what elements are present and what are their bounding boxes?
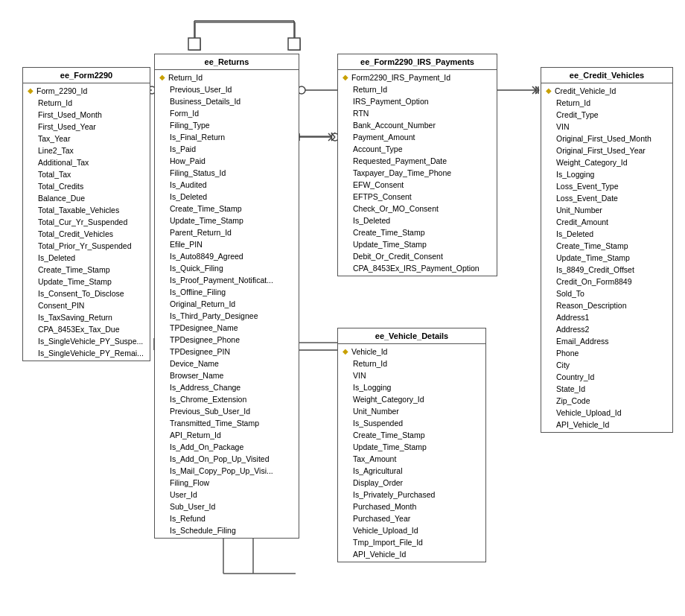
table-field: Filing_Status_Id [155, 167, 299, 179]
field-name: Is_Offline_Filing [170, 287, 226, 297]
table-field: Credit_Type [541, 109, 672, 121]
field-name: Is_Deleted [353, 215, 390, 226]
table-field: Update_Time_Stamp [338, 238, 497, 250]
field-name: Is_Auto8849_Agreed [170, 251, 243, 261]
table-field: Weight_Category_Id [338, 393, 485, 405]
table-fields-form2290: ◆Form_2290_IdReturn_IdFirst_Used_MonthFi… [23, 83, 150, 361]
field-name: Is_Quick_Filing [170, 263, 223, 273]
table-field: Email_Address [541, 335, 672, 347]
table-field: ◆Credit_Vehicle_Id [541, 85, 672, 97]
table-field: VIN [541, 121, 672, 133]
field-name: Is_Logging [353, 382, 391, 393]
table-field: Address1 [541, 311, 672, 323]
field-name: Country_Id [556, 372, 594, 382]
field-name: VIN [556, 121, 570, 132]
svg-line-36 [328, 137, 332, 141]
table-ee-credit-vehicles[interactable]: ee_Credit_Vehicles ◆Credit_Vehicle_IdRet… [541, 67, 673, 433]
field-name: TPDesignee_PIN [170, 346, 230, 357]
table-field: Requested_Payment_Date [338, 155, 497, 167]
table-field: Create_Time_Stamp [338, 429, 485, 441]
table-field: Is_Deleted [155, 191, 299, 203]
table-title-irs-payments: ee_Form2290_IRS_Payments [338, 54, 497, 70]
svg-rect-22 [288, 38, 300, 50]
table-field: Loss_Event_Type [541, 180, 672, 192]
field-name: Is_Add_On_Pop_Up_Visited [170, 454, 270, 464]
table-field: Previous_User_Id [155, 83, 299, 95]
field-name: Is_Proof_Payment_Notificat... [170, 275, 273, 285]
table-field: Account_Type [338, 143, 497, 155]
table-field: Credit_Amount [541, 216, 672, 228]
field-name: Create_Time_Stamp [556, 241, 628, 251]
table-field: Is_Offline_Filing [155, 286, 299, 298]
table-field: City [541, 359, 672, 371]
table-ee-vehicle-details[interactable]: ee_Vehicle_Details ◆Vehicle_IdReturn_IdV… [337, 328, 486, 562]
field-name: Credit_Type [556, 109, 599, 120]
table-field: ◆Form2290_IRS_Payment_Id [338, 72, 497, 83]
field-name: Create_Time_Stamp [170, 203, 241, 214]
field-name: Payment_Amount [353, 132, 415, 142]
table-field: Vehicle_Upload_Id [338, 524, 485, 536]
field-name: Tax_Amount [353, 454, 396, 464]
table-fields-irs-payments: ◆Form2290_IRS_Payment_IdReturn_IdIRS_Pay… [338, 70, 497, 276]
field-name: Is_Deleted [170, 191, 207, 202]
svg-line-14 [331, 133, 334, 136]
table-field: Zip_Code [541, 395, 672, 407]
table-field: Is_Agricultural [338, 465, 485, 477]
field-name: Is_Refund [170, 513, 206, 524]
field-name: Filing_Type [170, 120, 210, 130]
field-name: Is_TaxSaving_Return [38, 312, 112, 323]
field-name: Account_Type [353, 144, 403, 154]
pk-icon: ◆ [342, 72, 348, 83]
table-field: IRS_Payment_Option [338, 95, 497, 107]
table-field: Additional_Tax [23, 156, 150, 168]
table-field: Is_Mail_Copy_Pop_Up_Visi... [155, 465, 299, 477]
field-name: Sold_To [556, 288, 584, 299]
field-name: API_Return_Id [170, 430, 221, 440]
field-name: EFTPS_Consent [353, 191, 412, 202]
field-name: Parent_Return_Id [170, 227, 232, 238]
field-name: Return_Id [353, 84, 387, 95]
table-field: Create_Time_Stamp [155, 203, 299, 215]
table-field: TPDesignee_Name [155, 322, 299, 334]
svg-line-54 [535, 90, 539, 94]
table-field: Efile_PIN [155, 238, 299, 250]
field-name: City [556, 360, 570, 370]
pk-icon: ◆ [546, 86, 552, 96]
table-field: Balance_Due [23, 192, 150, 204]
field-name: Original_First_Used_Month [556, 133, 651, 144]
table-ee-form2290[interactable]: ee_Form2290 ◆Form_2290_IdReturn_IdFirst_… [22, 67, 150, 361]
field-name: Device_Name [170, 358, 219, 369]
field-name: Email_Address [556, 336, 609, 346]
table-field: Is_Paid [155, 143, 299, 155]
table-field: Create_Time_Stamp [338, 226, 497, 238]
table-field: API_Return_Id [155, 429, 299, 441]
table-field: Sub_User_Id [155, 501, 299, 512]
field-name: Transmitted_Time_Stamp [170, 418, 259, 428]
table-fields-credit-vehicles: ◆Credit_Vehicle_IdReturn_IdCredit_TypeVI… [541, 83, 672, 432]
table-field: Return_Id [338, 358, 485, 369]
table-field: Taxpayer_Day_Time_Phone [338, 167, 497, 179]
table-field: Filing_Type [155, 119, 299, 131]
table-ee-returns[interactable]: ee_Returns ◆Return_IdPrevious_User_IdBus… [154, 54, 299, 539]
table-field: Is_Chrome_Extension [155, 393, 299, 405]
table-field: First_Used_Month [23, 109, 150, 121]
field-name: Update_Time_Stamp [353, 442, 427, 452]
field-name: Consent_PIN [38, 300, 84, 311]
table-field: Line2_Tax [23, 145, 150, 156]
svg-line-53 [535, 86, 539, 90]
table-field: Tax_Amount [338, 453, 485, 465]
field-name: Original_First_Used_Year [556, 145, 646, 156]
table-field: Total_Tax [23, 168, 150, 180]
field-name: VIN [353, 370, 366, 381]
field-name: Create_Time_Stamp [38, 264, 109, 275]
field-name: Return_Id [168, 72, 203, 83]
table-field: Check_Or_MO_Consent [338, 203, 497, 215]
field-name: User_Id [170, 489, 197, 500]
table-field: Is_SingleVehicle_PY_Suspe... [23, 335, 150, 347]
table-ee-irs-payments[interactable]: ee_Form2290_IRS_Payments ◆Form2290_IRS_P… [337, 54, 497, 276]
table-field: Parent_Return_Id [155, 226, 299, 238]
table-field: Filing_Flow [155, 477, 299, 489]
table-field: Is_Final_Return [155, 131, 299, 143]
field-name: Is_Deleted [38, 253, 75, 263]
table-field: Total_Credits [23, 180, 150, 192]
